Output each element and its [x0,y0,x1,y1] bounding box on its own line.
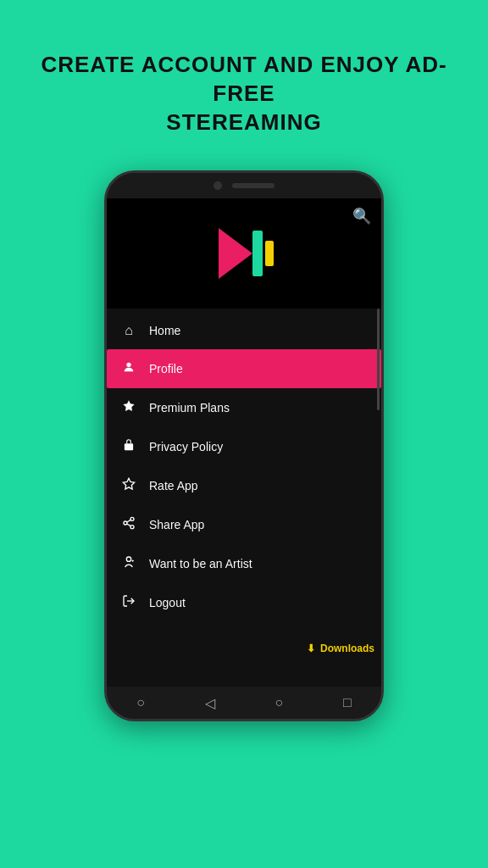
logout-icon [120,594,137,611]
nav-recent-icon[interactable]: □ [343,695,352,710]
download-icon: ⬇ [307,643,315,654]
menu-label-premium: Premium Plans [149,401,230,415]
share-icon [120,516,137,533]
header-line1: CREATE ACCOUNT AND ENJOY AD-FREE [41,52,446,106]
menu-item-home[interactable]: ⌂ Home [107,312,381,349]
menu-item-rate[interactable]: Rate App [107,466,381,505]
menu-label-home: Home [149,324,180,337]
menu-label-profile: Profile [149,362,183,376]
menu-label-share: Share App [149,518,204,531]
menu-item-privacy[interactable]: Privacy Policy [107,427,381,466]
menu-label-logout: Logout [149,596,186,609]
phone-speaker [232,183,274,188]
svg-point-9 [130,526,134,529]
svg-marker-6 [123,479,134,490]
phone-screen: 🔍 ⌂ Home Profile [107,198,381,687]
app-logo [206,215,282,292]
nav-circle-icon[interactable]: ○ [136,695,145,710]
scroll-indicator [377,309,380,410]
menu-item-profile[interactable]: Profile [107,349,381,388]
phone-nav-bar: ○ ◁ ○ □ [107,687,381,719]
artist-icon [120,555,137,572]
svg-rect-5 [125,444,133,451]
menu-label-artist: Want to be an Artist [149,557,252,570]
svg-line-10 [127,524,131,526]
search-icon[interactable]: 🔍 [352,207,371,225]
menu-item-premium[interactable]: Premium Plans [107,388,381,427]
menu-label-rate: Rate App [149,479,198,492]
phone-camera [214,181,222,190]
app-header: 🔍 [107,198,381,309]
menu-item-share[interactable]: Share App [107,505,381,544]
svg-point-7 [130,518,134,521]
phone-top-bar [107,173,381,198]
premium-icon [120,399,137,416]
svg-point-4 [126,363,130,367]
sidebar-menu: ⌂ Home Profile Premium Plans [107,309,381,687]
downloads-label: Downloads [320,643,374,654]
header-promo: CREATE ACCOUNT AND ENJOY AD-FREE STEREAM… [0,51,488,136]
menu-label-privacy: Privacy Policy [149,440,223,453]
downloads-bar[interactable]: ⬇ Downloads [307,643,374,654]
svg-line-14 [132,560,133,561]
nav-home-icon[interactable]: ○ [275,695,284,710]
header-line3: STEREAMING [166,109,321,135]
svg-rect-2 [252,231,263,276]
home-icon: ⌂ [120,323,137,338]
svg-point-8 [124,521,127,525]
rate-icon [120,477,137,494]
nav-back-icon[interactable]: ◁ [205,695,215,711]
svg-line-11 [127,520,131,523]
privacy-icon [120,438,137,455]
svg-point-12 [126,557,130,561]
phone-frame: 🔍 ⌂ Home Profile [104,170,384,721]
menu-item-logout[interactable]: Logout [107,583,381,622]
profile-icon [120,360,137,377]
svg-rect-3 [265,241,274,266]
header-highlight: AD-FREE [213,52,446,106]
menu-item-artist[interactable]: Want to be an Artist [107,544,381,583]
